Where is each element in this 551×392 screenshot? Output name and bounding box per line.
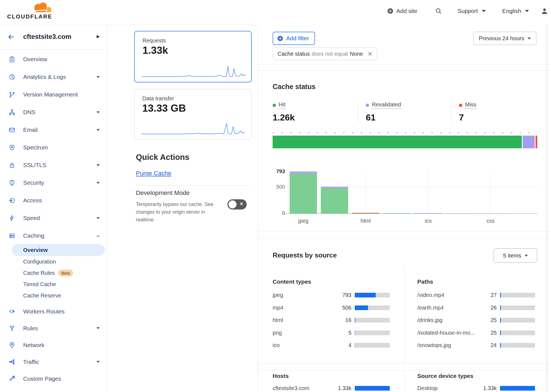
- sidebar-item-caching[interactable]: Caching: [0, 227, 107, 245]
- sidebar-item-version-management[interactable]: Version Management: [0, 86, 107, 103]
- sidebar-item-label: Rules: [23, 325, 38, 332]
- cache-status-stacked-bar: [273, 136, 537, 148]
- pie-chart-icon: [9, 74, 15, 80]
- requests-metric-card[interactable]: Requests 1.33k: [134, 31, 252, 82]
- status-label[interactable]: Hit: [279, 101, 285, 109]
- development-mode-toggle[interactable]: ✕: [227, 199, 247, 210]
- server-stack-icon: [9, 232, 15, 239]
- gridline: [365, 171, 366, 214]
- row-bar-track: [500, 293, 535, 297]
- code-brackets-icon: [9, 308, 15, 315]
- status-label[interactable]: Miss: [465, 101, 476, 109]
- content-types-table: jpeg793mp4506html16png5ico4: [273, 289, 390, 352]
- sidebar-subitem-configuration[interactable]: Configuration: [0, 256, 107, 267]
- sidebar-item-dns[interactable]: DNS: [0, 103, 107, 121]
- data-transfer-sparkline: [141, 121, 245, 135]
- sidebar-item-overview[interactable]: Overview: [0, 50, 107, 68]
- status-label[interactable]: Revalidated: [372, 101, 401, 109]
- row-bar-track: [355, 343, 390, 348]
- sidebar-item-access[interactable]: Access: [0, 192, 107, 209]
- close-icon[interactable]: [367, 51, 373, 57]
- row-bar-fill: [355, 331, 355, 335]
- sidebar-item-traffic[interactable]: Traffic: [0, 353, 107, 370]
- purge-cache-link[interactable]: Purge Cache: [136, 170, 171, 177]
- cache-status-stats: Hit1.26kRevalidated61Miss7: [273, 101, 551, 123]
- chevron-down-icon: [525, 10, 529, 12]
- y-axis-tick: 500: [258, 184, 285, 190]
- funnel-icon: [9, 325, 15, 332]
- sidebar-item-email[interactable]: Email: [0, 121, 107, 139]
- wrench-icon: [9, 375, 15, 382]
- add-filter-button[interactable]: Add filter: [273, 32, 315, 45]
- sidebar-subitem-caching-overview[interactable]: Overview: [12, 244, 105, 256]
- chart-bar: [506, 213, 537, 214]
- metric-title: Data transfer: [142, 95, 174, 102]
- language-menu[interactable]: English: [502, 5, 529, 17]
- search-button[interactable]: [435, 5, 442, 17]
- add-site-button[interactable]: Add site: [387, 5, 417, 17]
- table-row: png5: [273, 327, 390, 339]
- gridline: [490, 171, 490, 214]
- sidebar-item-speed[interactable]: Speed: [0, 209, 107, 227]
- cache-status-stat: Miss7: [451, 101, 551, 123]
- row-bar-fill: [355, 293, 376, 297]
- chevron-down-icon: [96, 182, 100, 184]
- time-range-value: Previous 24 hours: [479, 35, 524, 42]
- table-row: /earth.mp426: [417, 302, 535, 314]
- sidebar-item-network[interactable]: Network: [0, 337, 107, 353]
- row-bar-track: [355, 318, 390, 323]
- scrollbar-track[interactable]: [546, 25, 547, 392]
- column-divider: [405, 370, 405, 392]
- share-nodes-icon: [9, 358, 15, 365]
- row-value: 4: [332, 342, 351, 348]
- sidebar-subitem-cache-rules[interactable]: Cache Rules Beta: [0, 267, 107, 279]
- table-row: /snowtops.jpg24: [417, 339, 535, 352]
- content-types-title: Content types: [273, 278, 311, 285]
- account-avatar[interactable]: [541, 5, 548, 17]
- chevron-down-icon: [96, 129, 100, 131]
- sidebar-subitem-label: Configuration: [23, 259, 56, 265]
- back-arrow-icon[interactable]: [7, 33, 15, 41]
- row-bar-track: [355, 386, 390, 391]
- cloudflare-logo[interactable]: CLOUDFLARE: [7, 1, 57, 24]
- row-bar-fill: [500, 305, 501, 310]
- support-menu[interactable]: Support: [458, 5, 486, 17]
- sidebar-item-custom-pages[interactable]: Custom Pages: [0, 370, 107, 387]
- time-range-select[interactable]: Previous 24 hours: [473, 32, 536, 45]
- divider: [258, 363, 551, 364]
- sidebar-subitem-cache-reserve[interactable]: Cache Reserve: [0, 290, 107, 301]
- sidebar-item-workers-routes[interactable]: Workers Routes: [0, 303, 107, 320]
- sidebar-item-label: Network: [23, 342, 44, 348]
- sidebar-item-label: Version Management: [23, 91, 78, 98]
- sidebar-item-rules[interactable]: Rules: [0, 320, 107, 337]
- device-types-table: Desktop1.33k: [417, 382, 535, 392]
- sidebar-item-label: Security: [23, 179, 44, 186]
- sidebar-item-security[interactable]: Security: [0, 174, 107, 192]
- status-value: 61: [366, 112, 451, 123]
- row-bar-track: [500, 386, 535, 391]
- sidebar-item-label: Workers Routes: [23, 308, 64, 315]
- divider: [258, 64, 551, 65]
- beta-badge: Beta: [58, 270, 73, 276]
- shield-asterisk-icon: [9, 144, 15, 151]
- sidebar-item-spectrum[interactable]: Spectrum: [0, 139, 107, 156]
- sidebar-item-label: Access: [23, 197, 42, 204]
- chart-bar: [413, 213, 444, 214]
- row-bar-fill: [500, 318, 501, 323]
- chevron-right-icon[interactable]: ▶: [96, 34, 100, 39]
- shield-icon: [9, 179, 15, 186]
- data-transfer-metric-card[interactable]: Data transfer 13.33 GB: [134, 89, 252, 139]
- row-label: /video.mp4: [417, 292, 477, 298]
- site-header: cftestsite3.com ▶: [0, 25, 107, 50]
- row-label: jpeg: [273, 292, 332, 298]
- row-value: 1.33k: [332, 385, 351, 391]
- sidebar-item-analytics-logs[interactable]: Analytics & Logs: [0, 68, 107, 86]
- sidebar-item-label: Traffic: [23, 359, 39, 365]
- divider: [136, 186, 250, 186]
- sidebar-subitem-tiered-cache[interactable]: Tiered Cache: [0, 279, 107, 290]
- sidebar-item-ssl-tls[interactable]: SSL/TLS: [0, 156, 107, 174]
- lightning-icon: [9, 215, 15, 222]
- items-count-select[interactable]: 5 items: [494, 248, 537, 263]
- table-row: /video.mp427: [417, 289, 535, 302]
- filter-chip[interactable]: Cache status does not equal None: [273, 47, 377, 60]
